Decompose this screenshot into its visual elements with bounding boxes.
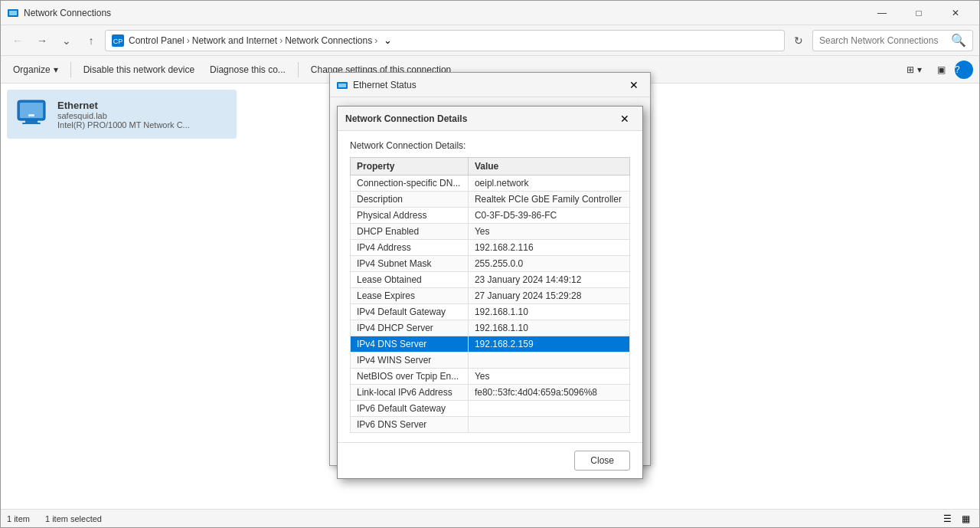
details-dialog-title: Network Connection Details bbox=[345, 113, 615, 124]
status-view-list[interactable]: ☰ bbox=[939, 512, 955, 526]
path-control-panel: Control Panel bbox=[129, 35, 185, 46]
table-row[interactable]: DHCP EnabledYes bbox=[351, 224, 630, 240]
table-row[interactable]: Link-local IPv6 Addressfe80::53fc:4d04:6… bbox=[351, 385, 630, 401]
svg-rect-2 bbox=[9, 16, 17, 17]
organize-button[interactable]: Organize ▾ bbox=[7, 59, 64, 80]
col-value: Value bbox=[468, 158, 629, 175]
close-details-button[interactable]: Close bbox=[574, 451, 630, 471]
close-label: Close bbox=[590, 455, 614, 466]
refresh-button[interactable]: ↻ bbox=[788, 30, 809, 51]
row-property: IPv6 Default Gateway bbox=[351, 401, 469, 417]
ethernet-item[interactable]: Ethernet safesquid.lab Intel(R) PRO/1000… bbox=[7, 90, 237, 139]
status-bar: 1 item 1 item selected ☰ ▦ bbox=[1, 509, 979, 527]
item-count: 1 item bbox=[7, 514, 30, 523]
close-button[interactable]: ✕ bbox=[938, 2, 973, 25]
row-property: Lease Expires bbox=[351, 288, 469, 304]
search-box[interactable]: 🔍 bbox=[812, 30, 973, 51]
table-row[interactable]: IPv4 Address192.168.2.116 bbox=[351, 240, 630, 256]
row-value: Realtek PCIe GbE Family Controller bbox=[468, 192, 629, 208]
minimize-button[interactable]: — bbox=[864, 2, 900, 25]
table-row[interactable]: IPv4 Default Gateway192.168.1.10 bbox=[351, 304, 630, 320]
view-toggle-2[interactable]: ▣ bbox=[931, 59, 952, 80]
table-row[interactable]: Lease Obtained23 January 2024 14:49:12 bbox=[351, 272, 630, 288]
ethernet-close-button[interactable]: ✕ bbox=[624, 75, 644, 95]
path-network-connections: Network Connections bbox=[285, 35, 372, 46]
table-row[interactable]: IPv6 Default Gateway bbox=[351, 401, 630, 417]
maximize-button[interactable]: □ bbox=[901, 2, 936, 25]
svg-rect-8 bbox=[22, 123, 41, 124]
toolbar-separator-1 bbox=[70, 62, 71, 77]
row-value: fe80::53fc:4d04:659a:5096%8 bbox=[468, 385, 629, 401]
network-item-info: Ethernet safesquid.lab Intel(R) PRO/1000… bbox=[57, 100, 190, 130]
row-property: IPv4 Default Gateway bbox=[351, 304, 469, 320]
row-value bbox=[468, 353, 629, 369]
row-value: 23 January 2024 14:49:12 bbox=[468, 272, 629, 288]
details-content: Network Connection Details: Property Val… bbox=[338, 131, 642, 442]
table-row[interactable]: IPv4 Subnet Mask255.255.0.0 bbox=[351, 256, 630, 272]
view-toggle-1[interactable]: ⊞ ▾ bbox=[900, 59, 928, 80]
status-view-grid[interactable]: ▦ bbox=[958, 512, 973, 526]
row-value bbox=[468, 401, 629, 417]
row-value bbox=[468, 417, 629, 433]
back-button[interactable]: ← bbox=[7, 30, 28, 51]
table-row[interactable]: Lease Expires27 January 2024 15:29:28 bbox=[351, 288, 630, 304]
status-bar-right: ☰ ▦ bbox=[939, 512, 973, 526]
window-icon bbox=[7, 7, 19, 19]
row-property: IPv4 DHCP Server bbox=[351, 320, 469, 336]
svg-text:CP: CP bbox=[113, 38, 123, 45]
row-value: 192.168.1.10 bbox=[468, 320, 629, 336]
organize-label: Organize bbox=[13, 64, 51, 75]
address-icon: CP bbox=[112, 34, 124, 47]
recent-button[interactable]: ⌄ bbox=[56, 30, 77, 51]
table-row[interactable]: IPv4 WINS Server bbox=[351, 353, 630, 369]
window-title: Network Connections bbox=[24, 8, 864, 18]
details-close-x-button[interactable]: ✕ bbox=[615, 109, 635, 129]
row-value: Yes bbox=[468, 224, 629, 240]
details-footer: Close bbox=[338, 442, 642, 478]
table-row[interactable]: IPv4 DNS Server192.168.2.159 bbox=[351, 336, 630, 353]
row-property: DHCP Enabled bbox=[351, 224, 469, 240]
details-table: Property Value Connection-specific DN...… bbox=[350, 157, 630, 433]
table-row[interactable]: IPv6 DNS Server bbox=[351, 417, 630, 433]
ethernet-icon bbox=[13, 96, 50, 133]
row-property: Lease Obtained bbox=[351, 272, 469, 288]
row-property: Physical Address bbox=[351, 208, 469, 224]
svg-rect-9 bbox=[28, 114, 34, 116]
ethernet-status-title: Ethernet Status bbox=[353, 80, 624, 90]
search-input[interactable] bbox=[819, 35, 951, 46]
table-row[interactable]: DescriptionRealtek PCIe GbE Family Contr… bbox=[351, 192, 630, 208]
forward-button[interactable]: → bbox=[31, 30, 53, 51]
table-row[interactable]: IPv4 DHCP Server192.168.1.10 bbox=[351, 320, 630, 336]
title-bar: Network Connections — □ ✕ bbox=[1, 1, 979, 25]
up-button[interactable]: ↑ bbox=[80, 30, 102, 51]
row-property: IPv4 Address bbox=[351, 240, 469, 256]
row-value: 192.168.2.159 bbox=[468, 336, 629, 353]
address-dropdown[interactable]: ⌄ bbox=[380, 30, 395, 51]
diagnose-button[interactable]: Diagnose this co... bbox=[204, 59, 292, 80]
row-value: 192.168.1.10 bbox=[468, 304, 629, 320]
ethernet-status-titlebar: Ethernet Status ✕ bbox=[330, 73, 650, 97]
row-property: Link-local IPv6 Address bbox=[351, 385, 469, 401]
ethernet-status-icon bbox=[336, 79, 348, 91]
svg-rect-11 bbox=[338, 84, 346, 87]
help-button[interactable]: ? bbox=[955, 61, 973, 79]
view-grid-icon: ⊞ bbox=[906, 64, 914, 75]
row-value: 192.168.2.116 bbox=[468, 240, 629, 256]
address-bar: ← → ⌄ ↑ CP Control Panel › Network and I… bbox=[1, 25, 979, 56]
details-titlebar: Network Connection Details ✕ bbox=[338, 107, 642, 131]
table-row[interactable]: NetBIOS over Tcpip En...Yes bbox=[351, 369, 630, 385]
view-pane-icon: ▣ bbox=[937, 64, 946, 75]
toolbar-right: ⊞ ▾ ▣ ? bbox=[900, 59, 973, 80]
row-value: 27 January 2024 15:29:28 bbox=[468, 288, 629, 304]
table-row[interactable]: Physical AddressC0-3F-D5-39-86-FC bbox=[351, 208, 630, 224]
disable-button[interactable]: Disable this network device bbox=[77, 59, 201, 80]
organize-arrow: ▾ bbox=[54, 64, 58, 75]
row-value: Yes bbox=[468, 369, 629, 385]
row-property: NetBIOS over Tcpip En... bbox=[351, 369, 469, 385]
table-row[interactable]: Connection-specific DN...oeipl.network bbox=[351, 175, 630, 192]
network-domain: safesquid.lab bbox=[57, 111, 190, 120]
col-property: Property bbox=[351, 158, 469, 175]
toolbar-separator-2 bbox=[298, 62, 299, 77]
window-controls: — □ ✕ bbox=[864, 2, 973, 25]
address-box[interactable]: CP Control Panel › Network and Internet … bbox=[105, 30, 785, 51]
